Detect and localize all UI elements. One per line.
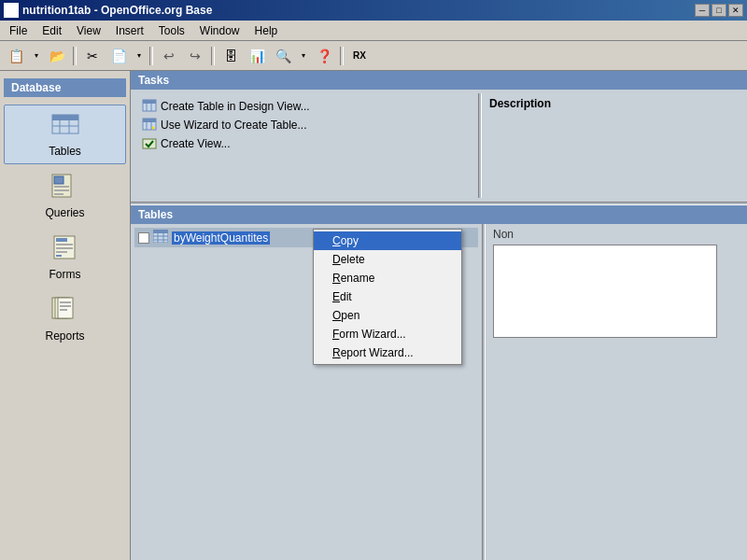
sidebar-forms-label: Forms — [49, 268, 81, 281]
svg-rect-8 — [54, 189, 69, 191]
sidebar-item-tables[interactable]: Tables — [4, 105, 126, 164]
forms-icon — [50, 234, 80, 266]
toolbar-open-button[interactable]: 📂 — [45, 45, 69, 67]
close-button[interactable]: ✕ — [728, 4, 743, 17]
menu-window[interactable]: Window — [192, 22, 247, 39]
task-wizard[interactable]: Use Wizard to Create Table... — [138, 116, 474, 134]
toolbar-db-button[interactable]: 🗄 — [218, 45, 243, 67]
toolbar-sep3 — [211, 47, 215, 65]
svg-rect-23 — [143, 100, 156, 104]
sidebar-item-forms[interactable]: Forms — [4, 228, 126, 287]
tables-list: byWeightQuantites Copy Delete Rename Edi… — [131, 224, 482, 560]
tables-desc-box — [493, 245, 717, 338]
toolbar-cut-button[interactable]: ✂ — [80, 45, 105, 67]
queries-icon — [50, 173, 80, 204]
menu-tools[interactable]: Tools — [151, 22, 192, 39]
toolbar-undo-button[interactable]: ↩ — [157, 45, 181, 67]
toolbar-query-button[interactable]: 🔍 — [271, 45, 295, 67]
sidebar-title: Database — [4, 78, 126, 97]
menu-insert[interactable]: Insert — [108, 22, 151, 39]
context-menu: Copy Delete Rename Edit Open Form Wizard… — [313, 229, 462, 365]
svg-rect-33 — [153, 230, 168, 233]
task-design-view[interactable]: Create Table in Design View... — [138, 97, 474, 116]
svg-rect-21 — [60, 309, 67, 311]
window-title: nutrition1tab - OpenOffice.org Base — [22, 4, 695, 17]
tables-icon — [50, 111, 80, 143]
tasks-header: Tasks — [131, 71, 747, 90]
svg-rect-15 — [56, 255, 62, 257]
table-checkbox — [138, 232, 149, 244]
menu-bar: File Edit View Insert Tools Window Help — [0, 21, 747, 41]
svg-rect-7 — [54, 186, 69, 188]
task-view-label: Create View... — [161, 137, 230, 150]
task-design-icon — [142, 99, 157, 114]
task-view-icon — [142, 136, 157, 151]
toolbar-copy-button[interactable]: 📄 — [106, 45, 131, 67]
ctx-delete[interactable]: Delete — [314, 250, 461, 269]
title-bar: 🗄 nutrition1tab - OpenOffice.org Base ─ … — [0, 0, 747, 21]
main-area: Database Tables — [0, 71, 747, 560]
ctx-edit[interactable]: Edit — [314, 287, 461, 306]
toolbar-query-dropdown[interactable]: ▾ — [297, 45, 310, 67]
menu-file[interactable]: File — [2, 22, 35, 39]
toolbar-sep4 — [340, 47, 344, 65]
content-area: Tasks Create Table in Design View... — [131, 71, 747, 560]
svg-rect-18 — [58, 298, 73, 318]
ctx-report-wizard[interactable]: Report Wizard... — [314, 343, 461, 362]
toolbar-table-button[interactable]: 📊 — [245, 45, 269, 67]
svg-rect-31 — [143, 139, 156, 148]
svg-rect-19 — [60, 301, 71, 303]
task-list: Create Table in Design View... — [134, 93, 478, 198]
tables-description-panel: Non — [486, 224, 747, 560]
description-panel: Description — [482, 93, 743, 198]
sidebar: Database Tables — [0, 71, 131, 560]
sidebar-tables-label: Tables — [49, 145, 81, 158]
reports-icon — [50, 296, 80, 328]
menu-help[interactable]: Help — [247, 22, 286, 39]
window-controls: ─ □ ✕ — [695, 4, 743, 17]
tables-header: Tables — [131, 205, 747, 224]
svg-rect-11 — [56, 238, 67, 242]
sidebar-reports-label: Reports — [45, 329, 84, 343]
svg-rect-20 — [60, 305, 71, 307]
svg-rect-27 — [143, 119, 156, 122]
svg-rect-12 — [56, 244, 73, 245]
description-title: Description — [489, 97, 736, 110]
toolbar-redo-button[interactable]: ↪ — [183, 45, 207, 67]
toolbar-extra-button[interactable]: RX — [347, 45, 372, 67]
toolbar-sep2 — [149, 47, 153, 65]
svg-rect-13 — [56, 247, 73, 249]
app-icon: 🗄 — [4, 3, 19, 18]
minimize-button[interactable]: ─ — [695, 4, 710, 17]
ctx-open[interactable]: Open — [314, 306, 461, 325]
task-create-view[interactable]: Create View... — [138, 134, 474, 153]
ctx-form-wizard[interactable]: Form Wizard... — [314, 325, 461, 343]
maximize-button[interactable]: □ — [712, 4, 726, 17]
svg-rect-14 — [56, 251, 67, 253]
table-item-icon — [153, 230, 168, 245]
toolbar-help-button[interactable]: ❓ — [312, 45, 336, 67]
toolbar-copy-dropdown[interactable]: ▾ — [133, 45, 146, 67]
tasks-body: Create Table in Design View... — [131, 90, 747, 202]
svg-rect-6 — [54, 176, 63, 184]
menu-edit[interactable]: Edit — [35, 22, 69, 39]
svg-rect-1 — [52, 115, 78, 120]
sidebar-item-queries[interactable]: Queries — [4, 166, 126, 226]
menu-view[interactable]: View — [69, 22, 108, 39]
tables-section: Tables — [131, 205, 747, 560]
ctx-copy[interactable]: Copy — [314, 231, 461, 250]
tables-desc-none: Non — [493, 228, 740, 241]
task-design-label: Create Table in Design View... — [161, 100, 310, 113]
task-wizard-icon — [142, 118, 157, 133]
tables-body: byWeightQuantites Copy Delete Rename Edi… — [131, 224, 747, 560]
sidebar-queries-label: Queries — [45, 206, 84, 219]
ctx-rename[interactable]: Rename — [314, 269, 461, 287]
sidebar-item-reports[interactable]: Reports — [4, 289, 126, 349]
tasks-section: Tasks Create Table in Design View... — [131, 71, 747, 202]
task-wizard-label: Use Wizard to Create Table... — [161, 119, 307, 132]
toolbar-sep1 — [73, 47, 77, 65]
toolbar-new-button[interactable]: 📋 — [4, 45, 28, 67]
svg-rect-9 — [54, 193, 63, 195]
toolbar-new-dropdown[interactable]: ▾ — [30, 45, 43, 67]
toolbar: 📋 ▾ 📂 ✂ 📄 ▾ ↩ ↪ 🗄 📊 🔍 ▾ ❓ RX — [0, 41, 747, 71]
